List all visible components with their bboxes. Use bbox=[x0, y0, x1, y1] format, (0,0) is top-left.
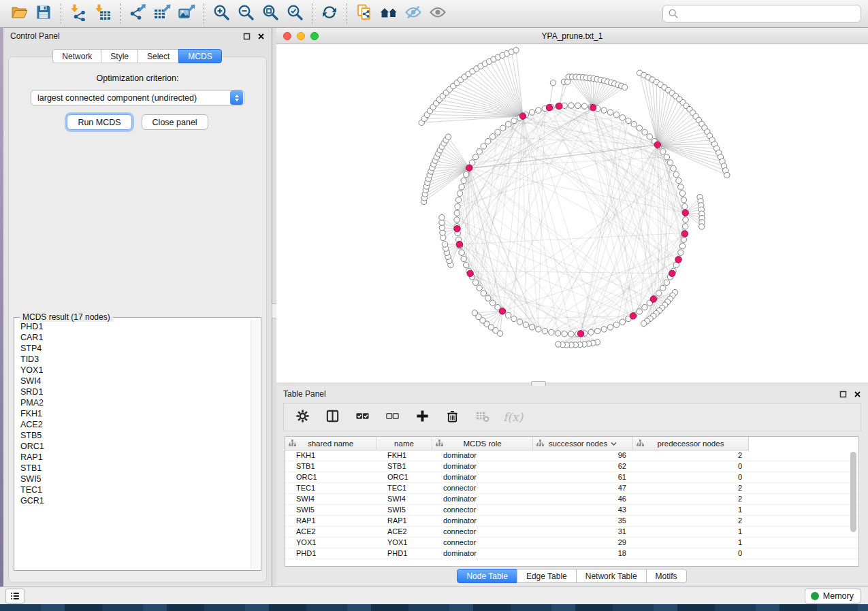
save-session-button[interactable] bbox=[31, 3, 56, 24]
dominator-node[interactable] bbox=[467, 270, 473, 276]
first-neighbors-button[interactable] bbox=[376, 3, 401, 24]
table-row[interactable]: YOX1YOX1connector291 bbox=[285, 538, 858, 548]
graph-node[interactable] bbox=[637, 309, 642, 314]
graph-node[interactable] bbox=[562, 331, 567, 337]
copy-network-button[interactable] bbox=[352, 3, 376, 24]
mcds-result-item[interactable]: STB5 bbox=[16, 430, 250, 441]
cell-name[interactable]: TEC1 bbox=[376, 483, 432, 493]
dominator-node[interactable] bbox=[499, 308, 505, 314]
graph-node[interactable] bbox=[485, 139, 491, 144]
graph-node[interactable] bbox=[495, 129, 500, 135]
graph-node[interactable] bbox=[568, 103, 574, 108]
table-row[interactable]: RAP1RAP1dominator352 bbox=[285, 516, 858, 527]
cell-successor-nodes[interactable]: 47 bbox=[533, 483, 633, 493]
graph-node[interactable] bbox=[642, 129, 647, 135]
delete-column-button[interactable] bbox=[443, 408, 461, 426]
graph-node[interactable] bbox=[588, 329, 594, 335]
cell-predecessor-nodes[interactable]: 2 bbox=[633, 494, 749, 504]
mcds-result-item[interactable]: FKH1 bbox=[16, 408, 250, 419]
cell-MCDS-role[interactable]: connector bbox=[432, 538, 533, 548]
deselect-all-button[interactable] bbox=[383, 408, 401, 426]
cell-successor-nodes[interactable]: 35 bbox=[533, 516, 633, 526]
search-box[interactable] bbox=[662, 5, 861, 22]
graph-node[interactable] bbox=[464, 262, 469, 267]
mcds-result-item[interactable]: PMA2 bbox=[16, 397, 250, 408]
dominator-node[interactable] bbox=[466, 165, 472, 171]
graph-node[interactable] bbox=[679, 191, 685, 196]
cell-predecessor-nodes[interactable]: 2 bbox=[633, 516, 749, 526]
cell-shared-name[interactable]: YOX1 bbox=[285, 538, 376, 548]
close-panel-button[interactable]: Close panel bbox=[142, 114, 208, 130]
table-scrollbar-thumb[interactable] bbox=[850, 452, 856, 532]
graph-node[interactable] bbox=[454, 217, 460, 222]
graph-node[interactable] bbox=[676, 178, 681, 183]
dominator-node[interactable] bbox=[682, 210, 688, 216]
cell-predecessor-nodes[interactable]: 1 bbox=[633, 505, 749, 515]
mcds-result-item[interactable]: SWI5 bbox=[16, 474, 250, 484]
graph-node[interactable] bbox=[455, 203, 460, 209]
graph-node[interactable] bbox=[477, 149, 482, 154]
graph-node[interactable] bbox=[667, 160, 673, 165]
graph-node[interactable] bbox=[550, 80, 556, 86]
import-table-button[interactable] bbox=[91, 3, 115, 24]
cell-name[interactable]: ORC1 bbox=[376, 472, 432, 482]
graph-node[interactable] bbox=[461, 256, 466, 261]
cell-shared-name[interactable]: FKH1 bbox=[285, 450, 376, 461]
tab-network[interactable]: Network bbox=[52, 49, 101, 63]
cell-name[interactable]: SWI5 bbox=[376, 505, 432, 515]
graph-node[interactable] bbox=[485, 295, 491, 301]
table-row[interactable]: PHD1PHD1dominator180 bbox=[285, 548, 858, 559]
mcds-result-item[interactable]: STP4 bbox=[16, 343, 250, 354]
import-network-button[interactable] bbox=[66, 3, 91, 24]
float-panel-icon[interactable] bbox=[243, 33, 251, 40]
graph-node[interactable] bbox=[555, 331, 560, 336]
graph-node[interactable] bbox=[664, 280, 669, 285]
graph-node[interactable] bbox=[595, 328, 600, 333]
cell-MCDS-role[interactable]: dominator bbox=[432, 494, 533, 504]
refresh-view-button[interactable] bbox=[317, 3, 342, 24]
close-panel-icon[interactable] bbox=[257, 33, 265, 40]
cell-successor-nodes[interactable]: 31 bbox=[533, 527, 633, 537]
cell-successor-nodes[interactable]: 43 bbox=[533, 505, 633, 515]
task-history-button[interactable] bbox=[5, 589, 25, 604]
graph-node[interactable] bbox=[607, 325, 613, 330]
tab-node-table[interactable]: Node Table bbox=[457, 569, 517, 583]
dominator-node[interactable] bbox=[577, 331, 583, 337]
cell-MCDS-role[interactable]: dominator bbox=[432, 450, 533, 461]
dominator-node[interactable] bbox=[681, 231, 688, 237]
graph-node[interactable] bbox=[681, 237, 686, 242]
network-graph-canvas[interactable] bbox=[276, 44, 868, 382]
graph-node[interactable] bbox=[536, 327, 541, 332]
table-row[interactable]: TEC1TEC1connector472 bbox=[285, 483, 858, 494]
graph-node[interactable] bbox=[445, 134, 451, 139]
mcds-result-item[interactable]: PHD1 bbox=[16, 321, 250, 332]
mcds-result-item[interactable]: ACE2 bbox=[16, 419, 250, 430]
graph-node[interactable] bbox=[683, 217, 688, 222]
cell-successor-nodes[interactable]: 96 bbox=[533, 450, 633, 461]
run-mcds-button[interactable]: Run MCDS bbox=[67, 114, 131, 130]
dominator-node[interactable] bbox=[669, 270, 675, 276]
zoom-out-button[interactable] bbox=[234, 3, 258, 24]
graph-node[interactable] bbox=[459, 184, 464, 190]
dominator-node[interactable] bbox=[546, 104, 552, 110]
hide-selected-button[interactable] bbox=[401, 3, 425, 24]
graph-node[interactable] bbox=[656, 291, 662, 296]
cell-shared-name[interactable]: STB1 bbox=[285, 461, 376, 472]
criterion-dropdown[interactable]: largest connected component (undirected) bbox=[31, 90, 244, 105]
float-table-panel-icon[interactable] bbox=[839, 391, 847, 398]
graph-node[interactable] bbox=[542, 328, 547, 333]
graph-node[interactable] bbox=[490, 134, 496, 139]
tab-mcds[interactable]: MCDS bbox=[178, 49, 221, 63]
cell-MCDS-role[interactable]: dominator bbox=[432, 516, 533, 526]
tab-style[interactable]: Style bbox=[101, 49, 138, 63]
chevron-down-icon[interactable] bbox=[611, 440, 617, 448]
dominator-node[interactable] bbox=[519, 113, 526, 119]
cell-successor-nodes[interactable]: 18 bbox=[533, 548, 633, 559]
cell-name[interactable]: FKH1 bbox=[376, 450, 432, 461]
memory-button[interactable]: Memory bbox=[805, 589, 861, 604]
graph-node[interactable] bbox=[601, 108, 607, 113]
create-column-button[interactable] bbox=[413, 408, 431, 426]
graph-node[interactable] bbox=[620, 115, 625, 120]
cell-predecessor-nodes[interactable]: 0 bbox=[633, 461, 749, 472]
graph-node[interactable] bbox=[660, 285, 666, 291]
